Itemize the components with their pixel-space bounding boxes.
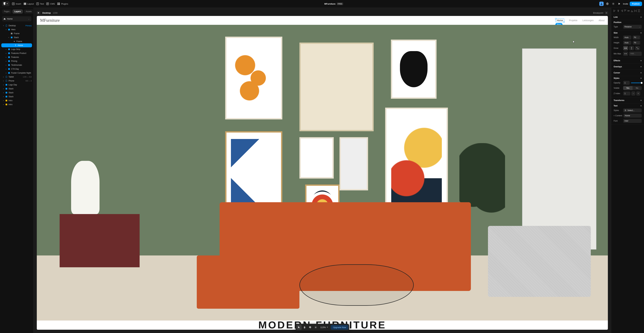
layer-frame[interactable]: Frame <box>0 40 33 43</box>
align-top-button[interactable] <box>624 9 626 12</box>
zindex-minus-button[interactable]: − <box>631 91 635 96</box>
layer-footer[interactable]: ▸Footer Complete Night <box>0 71 33 75</box>
select-tool[interactable] <box>296 324 302 330</box>
layer-features[interactable]: ▸Features <box>0 55 33 59</box>
content-input[interactable]: Home <box>624 114 642 118</box>
zindex-plus-button[interactable]: + <box>636 91 640 96</box>
nav-about[interactable]: About <box>598 19 604 22</box>
layout-tool[interactable]: Layout <box>24 2 34 5</box>
invite-button[interactable]: Invite <box>623 3 628 5</box>
opacity-input[interactable]: 1 <box>623 81 630 85</box>
site-logo: MFurniture <box>40 18 60 23</box>
layer-phone[interactable]: ▸Phone809 — 0 <box>0 79 33 83</box>
align-right-button[interactable] <box>620 9 623 12</box>
layer-stack[interactable]: ▸Stack <box>0 91 33 95</box>
user-avatar[interactable] <box>599 2 604 6</box>
align-left-button[interactable] <box>613 9 616 12</box>
width-input[interactable]: Auto <box>623 36 631 40</box>
link-header[interactable]: Link <box>614 16 618 18</box>
align-center-h-button[interactable] <box>617 9 620 12</box>
add-overlay-button[interactable]: + <box>640 66 642 68</box>
layer-logo-strip[interactable]: ▸Logo Strip <box>0 47 33 51</box>
transforms-header[interactable]: Transforms <box>614 99 624 102</box>
add-effect-button[interactable]: + <box>640 59 642 62</box>
add-cursor-button[interactable]: + <box>640 72 642 74</box>
layer-frame[interactable]: Frame <box>0 32 33 36</box>
tab-pages[interactable]: Pages <box>2 9 12 14</box>
plugins-tool[interactable]: Plugins <box>57 2 68 5</box>
breakpoint-play-button[interactable] <box>37 11 40 14</box>
distribute-v-button[interactable] <box>638 9 640 12</box>
layer-stack[interactable]: ▸Stack <box>0 87 33 91</box>
zoom-control[interactable]: 113% <box>319 326 330 328</box>
height-unit-select[interactable]: Fit⌄ <box>633 41 640 45</box>
svg-point-10 <box>601 3 602 4</box>
layer-home-selected[interactable]: THome <box>1 43 32 47</box>
grow-both-button[interactable] <box>635 46 640 50</box>
layer-testimonials[interactable]: ▸Testimonials <box>0 63 33 67</box>
breakpoint-name[interactable]: Desktop <box>42 12 51 14</box>
layer-intro[interactable]: ▸Intro <box>0 98 33 102</box>
visible-yes-button[interactable]: Yes <box>623 86 632 90</box>
styles-add-button[interactable]: + <box>640 77 642 80</box>
cursor-header[interactable]: Cursor <box>614 72 620 74</box>
nav-leistungen[interactable]: Leistungen <box>582 19 594 22</box>
canvas[interactable]: Desktop 1200 Breakpoint + MFurniture Hom… <box>34 8 611 333</box>
globe-button[interactable] <box>605 2 610 6</box>
layer-pricing[interactable]: ▸Pricing <box>0 59 33 63</box>
artboard[interactable]: MFurniture Home Paul Projekte Leistungen… <box>37 16 608 330</box>
comment-tool[interactable] <box>308 324 313 330</box>
grow-v-button[interactable] <box>629 46 634 50</box>
text-add-button[interactable]: + <box>640 104 642 107</box>
layer-logo-day[interactable]: ▸Logo Day <box>0 83 33 87</box>
layout-icon <box>24 2 26 5</box>
layer-tablet[interactable]: ▸Tablet1199 — 810 <box>0 75 33 79</box>
minmax-add-input[interactable]: Add... <box>629 52 642 56</box>
distribute-h-button[interactable] <box>634 9 637 12</box>
layer-desktop[interactable]: ▾DesktopPrimary <box>0 24 33 28</box>
theme-tool[interactable] <box>313 324 318 330</box>
hand-tool[interactable] <box>302 324 307 330</box>
settings-button[interactable] <box>611 2 616 6</box>
size-add-button[interactable]: + <box>640 32 642 34</box>
cms-tool[interactable]: CMS <box>46 2 55 5</box>
layer-intro[interactable]: ▸Intro <box>0 102 33 106</box>
layer-stack[interactable]: ▾Stack <box>0 36 33 40</box>
add-breakpoint-button[interactable]: + <box>605 11 608 14</box>
add-link-button[interactable]: + <box>640 16 642 18</box>
page-selector[interactable]: Home ⌄ <box>2 16 31 21</box>
section-size: Size+ Width Auto Fit⌄ Height Auto Fit⌄ G… <box>611 30 644 58</box>
preview-button[interactable] <box>617 2 621 6</box>
font-select[interactable]: Inter <box>623 119 642 123</box>
text-tool[interactable]: T Text <box>36 2 44 5</box>
width-unit-select[interactable]: Fit⌄ <box>633 36 640 40</box>
font-label: Font <box>614 120 622 122</box>
app-menu-button[interactable] <box>2 1 10 6</box>
grow-h-button[interactable] <box>623 46 628 50</box>
tab-layers[interactable]: Layers <box>12 9 23 14</box>
page-name: Home <box>7 18 13 20</box>
height-input[interactable]: Auto <box>623 41 631 45</box>
position-type-select[interactable]: Relative⌄ <box>623 25 642 29</box>
layer-stack[interactable]: ▸Stack <box>0 95 33 98</box>
nav-home[interactable]: Home <box>556 18 564 22</box>
overlays-header[interactable]: Overlays <box>614 66 622 68</box>
layer-hero[interactable]: ▾Hero <box>0 28 33 32</box>
zindex-input[interactable]: 1 <box>623 92 630 96</box>
opacity-slider[interactable] <box>631 83 642 83</box>
layer-features-product[interactable]: ▸Features Product <box>0 51 33 55</box>
tab-assets[interactable]: Assets <box>24 9 34 14</box>
upgrade-button[interactable]: Upgrade Now <box>330 325 348 330</box>
layer-cta-day[interactable]: ▸CTA Day <box>0 67 33 71</box>
nav-projekte[interactable]: Projekte <box>569 19 578 22</box>
visible-no-button[interactable]: No <box>632 86 642 90</box>
minmax-icon-button[interactable] <box>623 52 628 56</box>
effects-header[interactable]: Effects <box>614 60 620 62</box>
text-styles-select[interactable]: TSelect... <box>623 108 642 112</box>
align-center-v-button[interactable] <box>627 9 630 12</box>
align-bottom-button[interactable] <box>630 9 634 12</box>
insert-tool[interactable]: Insert <box>12 2 21 5</box>
publish-button[interactable]: Publish <box>630 2 642 6</box>
add-transform-button[interactable]: + <box>640 99 642 102</box>
breakpoint-button[interactable]: Breakpoint <box>593 12 603 14</box>
